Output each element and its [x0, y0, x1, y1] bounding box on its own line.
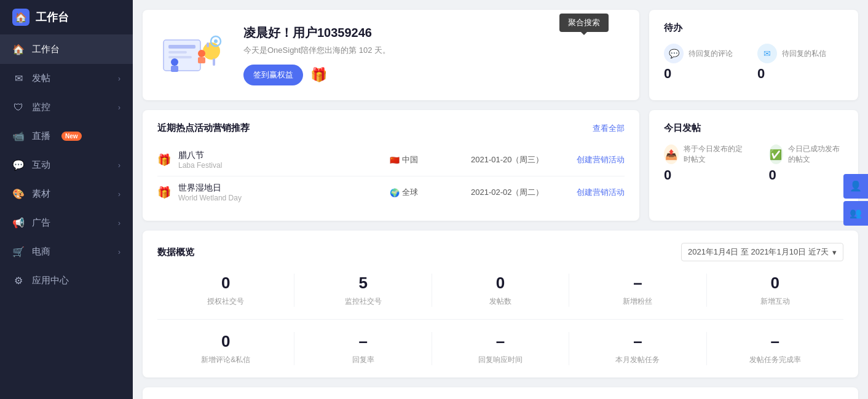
marketing-header: 近期热点活动营销推荐 查看全部 — [157, 122, 625, 134]
marketing-name-0: 腊八节 — [178, 150, 382, 161]
pending-messages-label: 待回复的私信 — [782, 49, 826, 59]
chevron-down-icon: ▾ — [832, 248, 837, 257]
sidebar-item-ads[interactable]: 📢 广告 › — [0, 208, 133, 237]
svg-point-12 — [214, 39, 218, 43]
data-metric: 5 监控社交号 — [294, 274, 432, 307]
sidebar-item-material[interactable]: 🎨 素材 › — [0, 180, 133, 208]
sidebar-icon-appcenter: ⚙ — [12, 275, 25, 286]
data-metric: – 新增粉丝 — [569, 274, 706, 307]
chevron-icon-ecommerce: › — [118, 248, 120, 256]
metric-value-3: – — [575, 274, 700, 293]
marketing-card: 近期热点活动营销推荐 查看全部 🎁 腊八节 Laba Festival 🇨🇳 中… — [143, 110, 639, 221]
greeting: 凌晨好！用户10359246 — [243, 25, 390, 41]
data-metric-r2: – 回复响应时间 — [432, 332, 569, 365]
sidebar-label-workbench: 工作台 — [32, 44, 60, 55]
group-button[interactable]: 👥 — [843, 201, 868, 226]
metric-r2-value-2: – — [438, 332, 562, 351]
metric-label-4: 新增互动 — [713, 296, 837, 307]
sidebar-icon-live: 📹 — [12, 130, 25, 142]
marketing-region-1: 🌍 全球 — [390, 187, 464, 198]
data-metric: 0 发帖数 — [432, 274, 569, 307]
sidebar-label-appcenter: 应用中心 — [32, 275, 69, 286]
home-icon: 🏠 — [12, 9, 30, 26]
view-all-link[interactable]: 查看全部 — [593, 123, 625, 134]
today-posts-title: 今日发帖 — [664, 122, 843, 134]
pending-comments-count: 0 — [664, 66, 671, 82]
metric-label-3: 新增粉丝 — [575, 296, 700, 307]
sidebar-icon-post: ✉ — [12, 73, 25, 84]
svg-point-9 — [198, 50, 205, 57]
svg-rect-1 — [168, 45, 195, 49]
sidebar-icon-ads: 📢 — [12, 217, 25, 229]
sidebar-item-workbench[interactable]: 🏠 工作台 — [0, 35, 133, 64]
today-posts-card: 今日发帖 📤 将于今日发布的定时帖文 0 ✅ 今日已成功发布的帖文 0 — [649, 110, 858, 221]
data-overview-card: 数据概览 2021年1月4日 至 2021年1月10日 近7天 ▾ 0 授权社交… — [143, 231, 858, 377]
sidebar-title: 工作台 — [36, 10, 69, 25]
pending-title: 待办 — [664, 22, 843, 34]
sidebar-item-interact[interactable]: 💬 互动 › — [0, 151, 133, 180]
float-buttons: 👤 👥 — [843, 174, 868, 226]
marketing-title: 近期热点活动营销推荐 — [157, 122, 250, 134]
marketing-en-name-0: Laba Festival — [178, 161, 382, 170]
data-metric-r2: – 发帖任务完成率 — [707, 332, 843, 365]
scheduled-count: 0 — [664, 167, 671, 183]
marketing-row: 🎁 世界湿地日 World Wetland Day 🌍 全球 2021-02-0… — [157, 176, 625, 208]
sidebar-label-post: 发帖 — [32, 73, 50, 84]
chevron-icon-interact: › — [118, 161, 120, 170]
sidebar-item-ecommerce[interactable]: 🛒 电商 › — [0, 237, 133, 266]
customer-service-button[interactable]: 👤 — [843, 174, 868, 199]
metric-label-0: 授权社交号 — [164, 296, 288, 307]
data-metric-r2: 0 新增评论&私信 — [157, 332, 294, 365]
pending-messages-count: 0 — [757, 66, 765, 82]
svg-rect-8 — [171, 66, 178, 72]
chevron-icon-material: › — [118, 190, 120, 199]
metric-r2-label-0: 新增评论&私信 — [164, 355, 288, 365]
checkin-button[interactable]: 签到赢权益 — [243, 65, 303, 85]
welcome-actions: 签到赢权益 🎁 — [243, 65, 390, 85]
metric-label-1: 监控社交号 — [301, 296, 425, 307]
metric-r2-label-2: 回复响应时间 — [438, 355, 562, 365]
data-metric: 0 授权社交号 — [157, 274, 294, 307]
sidebar: 🏠 工作台 🏠 工作台 ✉ 发帖 › 🛡 监控 › — [0, 0, 133, 399]
metric-value-0: 0 — [164, 274, 288, 293]
welcome-illustration — [157, 28, 231, 83]
svg-rect-0 — [164, 40, 200, 71]
sidebar-item-appcenter[interactable]: ⚙ 应用中心 — [0, 266, 133, 295]
date-range-text: 2021年1月4日 至 2021年1月10日 近7天 — [688, 247, 829, 258]
region-flag-1: 🌍 — [390, 188, 400, 197]
marketing-region-0: 🇨🇳 中国 — [390, 154, 464, 165]
today-posts-items: 📤 将于今日发布的定时帖文 0 ✅ 今日已成功发布的帖文 0 — [664, 144, 843, 183]
date-range-picker[interactable]: 2021年1月4日 至 2021年1月10日 近7天 ▾ — [681, 243, 843, 261]
middle-row: 近期热点活动营销推荐 查看全部 🎁 腊八节 Laba Festival 🇨🇳 中… — [143, 110, 858, 221]
badge-live: New — [61, 132, 82, 141]
data-metric-r2: – 回复率 — [294, 332, 432, 365]
scheduled-label: 将于今日发布的定时帖文 — [684, 144, 744, 165]
create-campaign-button-0[interactable]: 创建营销活动 — [577, 154, 625, 165]
metric-r2-value-4: – — [713, 332, 837, 351]
data-metrics-row1: 0 授权社交号 5 监控社交号 0 发帖数 – 新增粉丝 0 新增互动 — [157, 274, 843, 307]
marketing-date-1: 2021-02-02（周二） — [471, 187, 569, 198]
sidebar-icon-ecommerce: 🛒 — [12, 246, 25, 258]
sidebar-label-material: 素材 — [32, 188, 50, 200]
tooltip: 聚合搜索 — [559, 14, 609, 32]
sidebar-label-live: 直播 — [32, 130, 50, 142]
data-metric: 0 新增互动 — [707, 274, 843, 307]
gift-icon[interactable]: 🎁 — [310, 67, 327, 83]
data-overview-header: 数据概览 2021年1月4日 至 2021年1月10日 近7天 ▾ — [157, 243, 843, 261]
sidebar-label-ecommerce: 电商 — [32, 246, 50, 258]
svg-rect-10 — [198, 57, 205, 63]
metric-value-4: 0 — [713, 274, 837, 293]
pending-comments-label: 待回复的评论 — [688, 49, 733, 59]
create-campaign-button-1[interactable]: 创建营销活动 — [577, 187, 625, 198]
data-overview-title: 数据概览 — [157, 247, 194, 258]
data-metric-r2: – 本月发帖任务 — [569, 332, 706, 365]
svg-rect-3 — [168, 56, 192, 58]
marketing-en-name-1: World Wetland Day — [178, 194, 382, 202]
marketing-row: 🎁 腊八节 Laba Festival 🇨🇳 中国 2021-01-20（周三）… — [157, 144, 625, 176]
sidebar-icon-material: 🎨 — [12, 188, 25, 200]
main-content: 凌晨好！用户10359246 今天是OneSight陪伴您出海的第 102 天。… — [133, 0, 868, 399]
sidebar-item-post[interactable]: ✉ 发帖 › — [0, 64, 133, 93]
published-posts-item: ✅ 今日已成功发布的帖文 0 — [769, 144, 843, 183]
sidebar-item-live[interactable]: 📹 直播 New — [0, 122, 133, 151]
sidebar-item-monitor[interactable]: 🛡 监控 › — [0, 93, 133, 122]
